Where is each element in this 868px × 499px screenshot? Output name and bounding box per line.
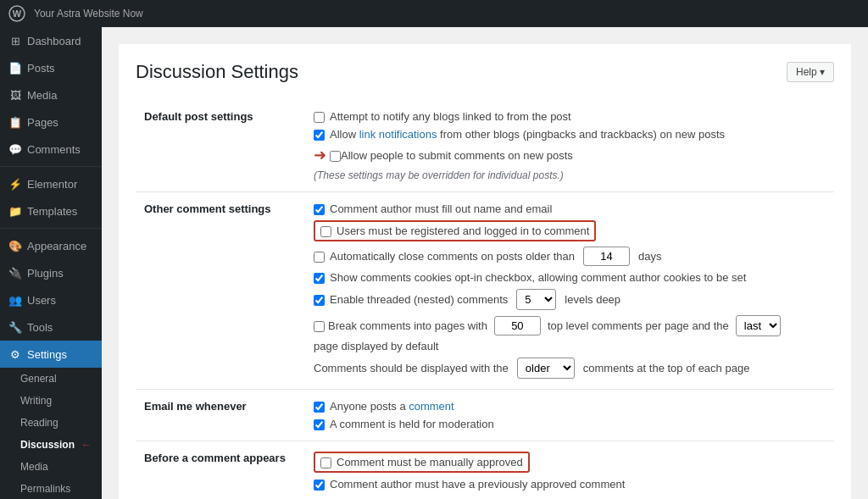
break-pages-label-before: Break comments into pages with	[328, 319, 487, 332]
content-area: Discussion Settings Help ▾ Default post …	[102, 27, 868, 499]
media-icon: 🖼	[8, 88, 22, 102]
cookies-optin-checkbox[interactable]	[314, 273, 325, 284]
settings-icon: ⚙	[8, 347, 22, 361]
sidebar-sub-permalinks[interactable]: Permalinks	[12, 478, 102, 499]
break-pages-order-select[interactable]: lastfirst	[736, 315, 781, 336]
threaded-comments-checkbox[interactable]	[314, 295, 325, 306]
auto-close-days-label: days	[638, 250, 661, 263]
held-moderation-label: A comment is held for moderation	[330, 418, 494, 430]
anyone-posts-label: Anyone posts a comment	[330, 400, 454, 413]
sidebar-item-media[interactable]: 🖼 Media	[0, 81, 102, 108]
anyone-posts-row: Anyone posts a comment	[314, 400, 826, 413]
break-pages-label-after: page displayed by default	[314, 340, 438, 352]
manually-approved-label: Comment must be manually approved	[337, 456, 523, 469]
wp-logo-icon: W	[8, 5, 25, 22]
threaded-depth-label-after: levels deep	[565, 293, 620, 306]
sidebar-sub-discussion[interactable]: Discussion ←	[12, 434, 102, 456]
sidebar: ⊞ Dashboard 📄 Posts 🖼 Media 📋 Pages 💬 Co…	[0, 27, 102, 499]
display-order-label-after: comments at the top of each page	[583, 362, 750, 374]
registered-logged-in-outline: Users must be registered and logged in t…	[314, 220, 596, 241]
settings-submenu: General Writing Reading Discussion ← Med…	[0, 368, 102, 499]
break-pages-row: Break comments into pages with top level…	[314, 315, 826, 352]
tools-icon: 🔧	[8, 320, 22, 334]
posts-icon: 📄	[8, 61, 22, 75]
sidebar-sub-writing[interactable]: Writing	[12, 390, 102, 412]
notify-blogs-checkbox[interactable]	[314, 112, 325, 123]
notify-blogs-row: Attempt to notify any blogs linked to fr…	[314, 110, 826, 123]
comments-icon: 💬	[8, 142, 22, 156]
display-order-label-before: Comments should be displayed with the	[314, 362, 509, 374]
author-name-label: Comment author must fill out name and em…	[330, 202, 552, 215]
registered-login-checkbox[interactable]	[320, 226, 331, 237]
threaded-comments-label-before: Enable threaded (nested) comments	[330, 293, 508, 306]
comment-link[interactable]: comment	[409, 400, 453, 413]
sidebar-item-dashboard[interactable]: ⊞ Dashboard	[0, 27, 102, 54]
cookies-optin-row: Show comments cookies opt-in checkbox, a…	[314, 271, 826, 284]
help-button[interactable]: Help ▾	[787, 62, 834, 82]
allow-comments-label: Allow people to submit comments on new p…	[341, 149, 573, 162]
allow-comments-checkbox[interactable]	[330, 151, 341, 162]
manually-approved-outline: Comment must be manually approved	[314, 452, 530, 473]
default-post-hint: (These settings may be overridden for in…	[314, 169, 826, 181]
sidebar-item-settings[interactable]: ⚙ Settings	[0, 341, 102, 368]
registered-logged-in-row: Users must be registered and logged in t…	[314, 220, 826, 241]
sidebar-item-appearance[interactable]: 🎨 Appearance	[0, 232, 102, 259]
settings-table: Default post settings Attempt to notify …	[136, 100, 834, 499]
anyone-posts-checkbox[interactable]	[314, 402, 325, 413]
site-name: Your Astra Website Now	[34, 8, 143, 19]
sidebar-item-users[interactable]: 👥 Users	[0, 286, 102, 313]
previously-approved-row: Comment author must have a previously ap…	[314, 478, 826, 491]
link-notifications-link[interactable]: link notifications	[359, 128, 437, 141]
manually-approved-checkbox[interactable]	[320, 457, 331, 469]
default-post-settings-row: Default post settings Attempt to notify …	[136, 100, 834, 192]
sidebar-item-pages[interactable]: 📋 Pages	[0, 108, 102, 136]
allow-comments-arrow-icon: ➜	[314, 146, 326, 164]
registered-login-label: Users must be registered and logged in t…	[337, 225, 589, 237]
page-header: Discussion Settings Help ▾	[136, 61, 834, 83]
before-comment-content: Comment must be manually approved Commen…	[305, 441, 834, 500]
settings-content: Discussion Settings Help ▾ Default post …	[119, 44, 851, 499]
auto-close-days-input[interactable]	[583, 247, 630, 266]
sidebar-item-tools[interactable]: 🔧 Tools	[0, 313, 102, 341]
held-moderation-row: A comment is held for moderation	[314, 418, 826, 430]
cookies-optin-label: Show comments cookies opt-in checkbox, a…	[330, 271, 746, 284]
manually-approved-row: Comment must be manually approved	[314, 452, 826, 473]
allow-link-notifications-row: Allow link notifications from other blog…	[314, 128, 826, 141]
sidebar-item-elementor[interactable]: ⚡ Elementor	[0, 170, 102, 197]
author-name-row: Comment author must fill out name and em…	[314, 202, 826, 215]
appearance-icon: 🎨	[8, 239, 22, 252]
held-moderation-checkbox[interactable]	[314, 419, 325, 430]
break-pages-checkbox[interactable]	[314, 321, 325, 332]
sidebar-sub-reading[interactable]: Reading	[12, 412, 102, 434]
allow-link-label: Allow link notifications from other blog…	[330, 128, 725, 141]
sidebar-item-posts[interactable]: 📄 Posts	[0, 54, 102, 81]
other-comment-content: Comment author must fill out name and em…	[305, 192, 834, 390]
plugins-icon: 🔌	[8, 266, 22, 280]
templates-icon: 📁	[8, 204, 22, 218]
allow-comments-row: ➜ Allow people to submit comments on new…	[314, 146, 826, 164]
auto-close-label-before: Automatically close comments on posts ol…	[330, 250, 575, 263]
discussion-arrow-icon: ←	[81, 439, 92, 451]
allow-link-checkbox[interactable]	[314, 130, 325, 141]
display-order-row: Comments should be displayed with the ol…	[314, 358, 826, 379]
sidebar-item-templates[interactable]: 📁 Templates	[0, 197, 102, 225]
elementor-icon: ⚡	[8, 177, 22, 191]
before-comment-label: Before a comment appears	[136, 441, 305, 500]
sidebar-sub-media[interactable]: Media	[12, 456, 102, 478]
email-whenever-content: Anyone posts a comment A comment is held…	[305, 390, 834, 441]
auto-close-checkbox[interactable]	[314, 252, 325, 263]
break-pages-count-input[interactable]	[494, 316, 541, 335]
default-post-content: Attempt to notify any blogs linked to fr…	[305, 100, 834, 192]
sidebar-item-comments[interactable]: 💬 Comments	[0, 136, 102, 163]
auto-close-row: Automatically close comments on posts ol…	[314, 247, 826, 266]
author-name-checkbox[interactable]	[314, 204, 325, 215]
svg-text:W: W	[13, 8, 22, 19]
before-comment-row: Before a comment appears Comment must be…	[136, 441, 834, 500]
pages-icon: 📋	[8, 115, 22, 129]
threaded-comments-row: Enable threaded (nested) comments 534681…	[314, 289, 826, 310]
previously-approved-checkbox[interactable]	[314, 480, 325, 491]
threaded-depth-select[interactable]: 5346810	[516, 289, 556, 310]
sidebar-sub-general[interactable]: General	[12, 368, 102, 390]
display-order-select[interactable]: oldernewer	[517, 358, 575, 379]
sidebar-item-plugins[interactable]: 🔌 Plugins	[0, 259, 102, 286]
